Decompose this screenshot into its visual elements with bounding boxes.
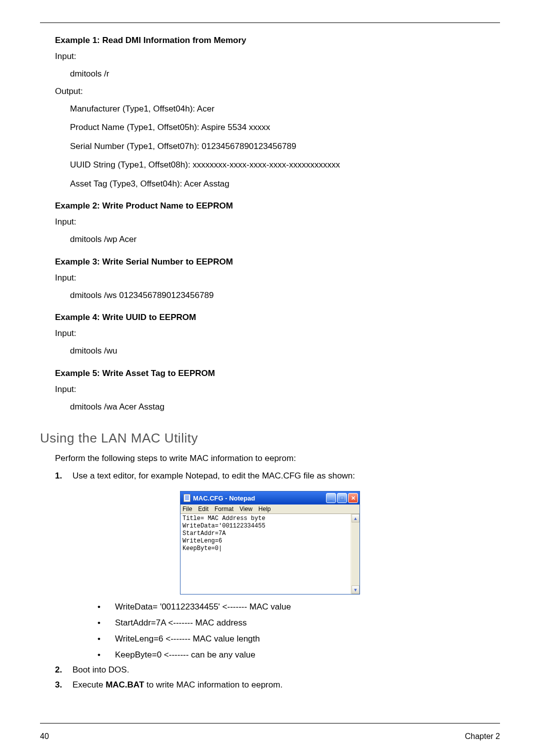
example1-output-line-1: Product Name (Type1, Offset05h): Aspire …	[70, 121, 500, 134]
bullet-text-1: StartAddr=7A <------- MAC address	[115, 618, 247, 628]
example1-output-label: Output:	[55, 86, 500, 96]
bullet-item: • WriteData= '001122334455' <------- MAC…	[95, 602, 500, 612]
page-footer: 40 Chapter 2	[40, 732, 500, 741]
bullet-icon: •	[95, 650, 115, 660]
notepad-screenshot: MAC.CFG - Notepad _ □ ✕ File Edit Format…	[180, 491, 360, 594]
example5-input-cmd: dmitools /wa Acer Asstag	[70, 400, 500, 414]
step-3: 3. Execute MAC.BAT to write MAC informat…	[55, 680, 500, 690]
step-3-text: Execute MAC.BAT to write MAC information…	[72, 680, 500, 690]
example5-input-label: Input:	[55, 384, 500, 394]
notepad-menubar: File Edit Format View Help	[180, 504, 360, 514]
bullet-icon: •	[95, 634, 115, 644]
bullet-icon: •	[95, 602, 115, 612]
bullet-item: • KeepByte=0 <------- can be any value	[95, 650, 500, 660]
bullet-text-2: WriteLeng=6 <------- MAC value length	[115, 634, 260, 644]
scrollbar[interactable]: ▲ ▼	[351, 514, 360, 594]
step-1-text: Use a text editor, for example Notepad, …	[72, 471, 500, 481]
step-1: 1. Use a text editor, for example Notepa…	[55, 471, 500, 481]
example2-input-label: Input:	[55, 217, 500, 227]
notepad-title: MAC.CFG - Notepad	[193, 494, 255, 502]
step-2-text: Boot into DOS.	[72, 665, 500, 675]
bottom-rule	[40, 723, 500, 724]
menu-format[interactable]: Format	[214, 506, 234, 512]
example1-output-line-4: Asset Tag (Type3, Offset04h): Acer Assta…	[70, 178, 500, 190]
bullet-text-0: WriteData= '001122334455' <------- MAC v…	[115, 602, 291, 612]
menu-view[interactable]: View	[240, 506, 252, 512]
bullet-text-3: KeepByte=0 <------- can be any value	[115, 650, 256, 660]
step-3-num: 3.	[55, 680, 72, 690]
notepad-titlebar: MAC.CFG - Notepad _ □ ✕	[180, 492, 360, 504]
menu-file[interactable]: File	[182, 506, 192, 512]
example1-input-label: Input:	[55, 52, 500, 62]
example3-input-label: Input:	[55, 273, 500, 283]
menu-edit[interactable]: Edit	[198, 506, 208, 512]
scroll-up-button[interactable]: ▲	[352, 514, 360, 522]
example1-output-line-2: Serial Number (Type1, Offset07h): 012345…	[70, 140, 500, 153]
lan-mac-heading: Using the LAN MAC Utility	[40, 430, 500, 446]
step-1-num: 1.	[55, 471, 72, 481]
mac-cfg-bullets: • WriteData= '001122334455' <------- MAC…	[95, 602, 500, 660]
example5-heading: Example 5: Write Asset Tag to EEPROM	[55, 368, 500, 378]
bullet-icon: •	[95, 618, 115, 628]
maximize-button[interactable]: □	[337, 493, 347, 503]
chapter-label: Chapter 2	[465, 732, 500, 741]
example4-heading: Example 4: Write UUID to EEPROM	[55, 312, 500, 322]
step-2: 2. Boot into DOS.	[55, 665, 500, 675]
example3-input-cmd: dmitools /ws 01234567890123456789	[70, 289, 500, 302]
example1-input-cmd: dmitools /r	[70, 68, 500, 80]
scroll-down-button[interactable]: ▼	[352, 586, 360, 594]
step-2-num: 2.	[55, 665, 72, 675]
lan-mac-intro: Perform the following steps to write MAC…	[55, 454, 500, 464]
example1-output-line-0: Manufacturer (Type1, Offset04h): Acer	[70, 102, 500, 116]
menu-help[interactable]: Help	[258, 506, 271, 512]
notepad-icon	[184, 494, 190, 502]
bullet-item: • WriteLeng=6 <------- MAC value length	[95, 634, 500, 644]
example2-heading: Example 2: Write Product Name to EEPROM	[55, 201, 500, 211]
notepad-text-area[interactable]: Title= MAC Address byte WriteData='00112…	[180, 514, 351, 594]
example4-input-label: Input:	[55, 328, 500, 338]
example4-input-cmd: dmitools /wu	[70, 344, 500, 358]
page-number: 40	[40, 732, 49, 741]
example1-output-line-3: UUID String (Type1, Offset08h): xxxxxxxx…	[70, 158, 500, 172]
example2-input-cmd: dmitools /wp Acer	[70, 233, 500, 246]
close-button[interactable]: ✕	[348, 493, 358, 503]
minimize-button[interactable]: _	[326, 493, 336, 503]
example1-heading: Example 1: Read DMI Information from Mem…	[55, 36, 500, 46]
bullet-item: • StartAddr=7A <------- MAC address	[95, 618, 500, 628]
example3-heading: Example 3: Write Serial Number to EEPROM	[55, 257, 500, 267]
top-rule	[40, 22, 500, 23]
